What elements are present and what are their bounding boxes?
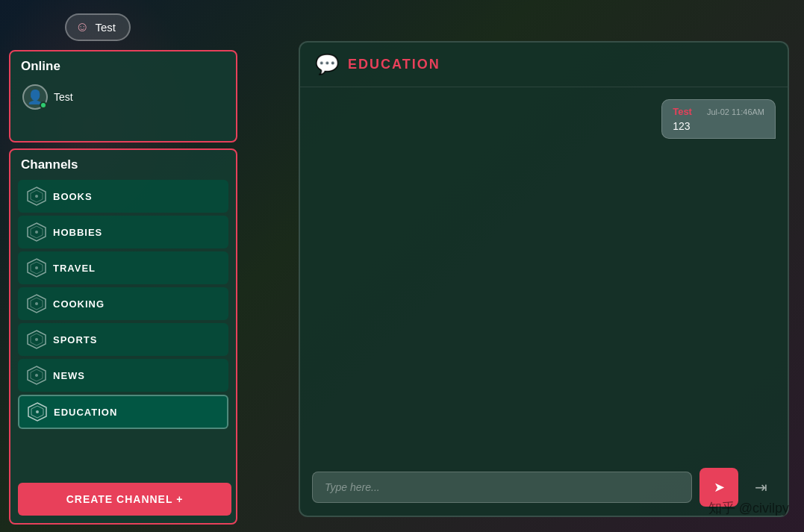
online-section: Online 👤 Test [9, 50, 237, 143]
channel-books-label: BOOKS [53, 191, 93, 202]
exit-icon: ⇥ [755, 478, 767, 496]
online-users-list: 👤 Test [18, 81, 228, 134]
watermark: 知乎 @civilpy [708, 499, 789, 517]
channel-item-travel[interactable]: TRAVEL [18, 251, 228, 284]
channel-item-sports[interactable]: SPORTS [18, 323, 228, 356]
svg-point-2 [35, 195, 38, 198]
message-sender: Test [673, 106, 692, 117]
svg-point-11 [35, 302, 38, 305]
exit-button[interactable]: ⇥ [746, 472, 776, 502]
user-button[interactable]: ☺ Test [65, 13, 131, 41]
channel-travel-icon [26, 257, 47, 278]
channel-item-news[interactable]: NEWS [18, 359, 228, 392]
user-avatar: 👤 [22, 84, 48, 110]
channel-news-icon [26, 365, 47, 386]
channel-sports-icon [26, 329, 47, 350]
online-title: Online [18, 59, 228, 74]
svg-point-20 [36, 410, 39, 413]
user-button-label: Test [95, 21, 116, 34]
message-text: 123 [673, 120, 764, 132]
channel-item-hobbies[interactable]: HOBBIES [18, 216, 228, 248]
channel-education-label: EDUCATION [54, 407, 117, 418]
user-icon: ☺ [75, 19, 89, 35]
channels-title: Channels [18, 157, 231, 172]
message-header-row: Test Jul-02 11:46AM [673, 106, 764, 117]
channel-books-icon [26, 186, 47, 207]
channel-item-cooking[interactable]: COOKING [18, 287, 228, 320]
channels-list: BOOKS HOBBIES [18, 180, 228, 429]
channel-news-label: NEWS [53, 370, 85, 381]
main-chat-area: 💬 EDUCATION Test Jul-02 11:46AM 123 ➤ ⇥ [299, 41, 789, 517]
chat-header: 💬 EDUCATION [300, 43, 788, 87]
chat-header-icon: 💬 [315, 53, 339, 76]
send-icon: ➤ [714, 479, 725, 495]
channels-list-wrapper[interactable]: BOOKS HOBBIES [18, 180, 231, 477]
create-channel-button[interactable]: CREATE CHANNEL + [18, 483, 231, 516]
svg-point-5 [35, 231, 38, 234]
svg-point-17 [35, 374, 38, 377]
user-display-name: Test [54, 91, 73, 103]
message-time: Jul-02 11:46AM [707, 107, 764, 116]
sidebar: ☺ Test Online 👤 Test Channels [0, 0, 246, 532]
online-status-dot [40, 101, 47, 109]
channel-cooking-icon [26, 293, 47, 314]
channel-travel-label: TRAVEL [53, 263, 96, 274]
message-bubble: Test Jul-02 11:46AM 123 [661, 99, 776, 139]
svg-point-14 [35, 338, 38, 341]
channel-hobbies-label: HOBBIES [53, 227, 102, 238]
channel-cooking-label: COOKING [53, 298, 105, 310]
channel-item-books[interactable]: BOOKS [18, 180, 228, 213]
channel-education-icon [27, 401, 48, 422]
message-input[interactable] [312, 472, 692, 503]
svg-point-8 [35, 266, 38, 269]
user-item[interactable]: 👤 Test [18, 81, 228, 113]
channel-sports-label: SPORTS [53, 334, 97, 345]
chat-channel-name: EDUCATION [348, 57, 440, 72]
channel-item-education[interactable]: EDUCATION [18, 395, 228, 429]
messages-area: Test Jul-02 11:46AM 123 [300, 87, 788, 459]
channels-section: Channels BOOKS [9, 148, 237, 525]
channel-hobbies-icon [26, 222, 47, 242]
